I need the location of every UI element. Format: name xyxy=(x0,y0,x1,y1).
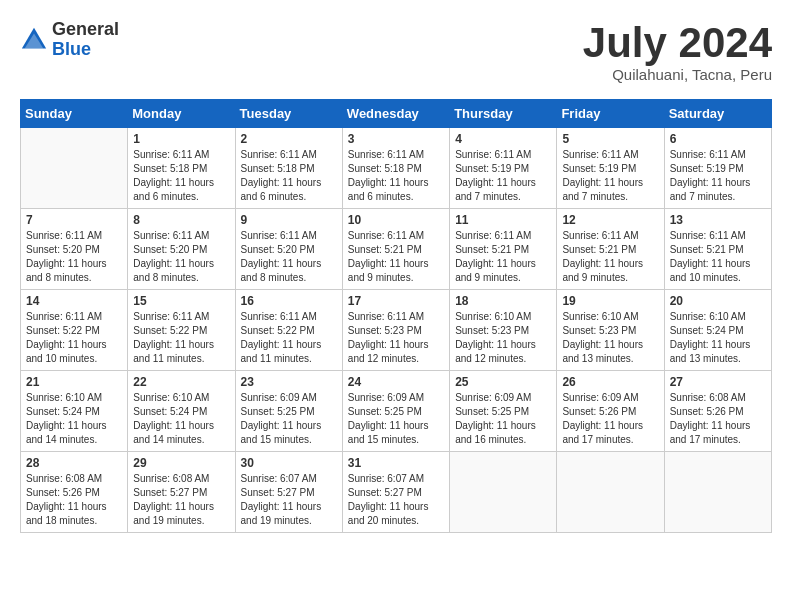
day-number: 5 xyxy=(562,132,658,146)
calendar-cell: 9Sunrise: 6:11 AMSunset: 5:20 PMDaylight… xyxy=(235,209,342,290)
day-info: Sunrise: 6:09 AMSunset: 5:25 PMDaylight:… xyxy=(241,391,337,447)
location-text: Quilahuani, Tacna, Peru xyxy=(583,66,772,83)
day-number: 21 xyxy=(26,375,122,389)
day-number: 29 xyxy=(133,456,229,470)
calendar-cell: 6Sunrise: 6:11 AMSunset: 5:19 PMDaylight… xyxy=(664,128,771,209)
day-number: 4 xyxy=(455,132,551,146)
week-row-4: 21Sunrise: 6:10 AMSunset: 5:24 PMDayligh… xyxy=(21,371,772,452)
day-info: Sunrise: 6:11 AMSunset: 5:22 PMDaylight:… xyxy=(133,310,229,366)
day-number: 17 xyxy=(348,294,444,308)
calendar-cell xyxy=(557,452,664,533)
calendar-cell: 4Sunrise: 6:11 AMSunset: 5:19 PMDaylight… xyxy=(450,128,557,209)
day-number: 2 xyxy=(241,132,337,146)
day-number: 27 xyxy=(670,375,766,389)
calendar-cell: 5Sunrise: 6:11 AMSunset: 5:19 PMDaylight… xyxy=(557,128,664,209)
calendar-cell: 18Sunrise: 6:10 AMSunset: 5:23 PMDayligh… xyxy=(450,290,557,371)
day-info: Sunrise: 6:11 AMSunset: 5:22 PMDaylight:… xyxy=(26,310,122,366)
calendar-cell: 23Sunrise: 6:09 AMSunset: 5:25 PMDayligh… xyxy=(235,371,342,452)
day-number: 25 xyxy=(455,375,551,389)
day-number: 3 xyxy=(348,132,444,146)
calendar-cell: 19Sunrise: 6:10 AMSunset: 5:23 PMDayligh… xyxy=(557,290,664,371)
calendar-cell: 24Sunrise: 6:09 AMSunset: 5:25 PMDayligh… xyxy=(342,371,449,452)
calendar-cell xyxy=(450,452,557,533)
calendar-cell: 3Sunrise: 6:11 AMSunset: 5:18 PMDaylight… xyxy=(342,128,449,209)
day-info: Sunrise: 6:11 AMSunset: 5:20 PMDaylight:… xyxy=(133,229,229,285)
day-info: Sunrise: 6:11 AMSunset: 5:18 PMDaylight:… xyxy=(241,148,337,204)
weekday-header-row: SundayMondayTuesdayWednesdayThursdayFrid… xyxy=(21,100,772,128)
day-number: 9 xyxy=(241,213,337,227)
calendar-cell: 16Sunrise: 6:11 AMSunset: 5:22 PMDayligh… xyxy=(235,290,342,371)
calendar-cell: 15Sunrise: 6:11 AMSunset: 5:22 PMDayligh… xyxy=(128,290,235,371)
weekday-header-friday: Friday xyxy=(557,100,664,128)
day-info: Sunrise: 6:11 AMSunset: 5:21 PMDaylight:… xyxy=(455,229,551,285)
day-info: Sunrise: 6:08 AMSunset: 5:26 PMDaylight:… xyxy=(26,472,122,528)
calendar-cell: 21Sunrise: 6:10 AMSunset: 5:24 PMDayligh… xyxy=(21,371,128,452)
day-info: Sunrise: 6:11 AMSunset: 5:21 PMDaylight:… xyxy=(670,229,766,285)
calendar-cell: 25Sunrise: 6:09 AMSunset: 5:25 PMDayligh… xyxy=(450,371,557,452)
day-info: Sunrise: 6:10 AMSunset: 5:23 PMDaylight:… xyxy=(562,310,658,366)
calendar-cell: 11Sunrise: 6:11 AMSunset: 5:21 PMDayligh… xyxy=(450,209,557,290)
calendar-cell: 12Sunrise: 6:11 AMSunset: 5:21 PMDayligh… xyxy=(557,209,664,290)
week-row-1: 1Sunrise: 6:11 AMSunset: 5:18 PMDaylight… xyxy=(21,128,772,209)
week-row-3: 14Sunrise: 6:11 AMSunset: 5:22 PMDayligh… xyxy=(21,290,772,371)
calendar-cell: 13Sunrise: 6:11 AMSunset: 5:21 PMDayligh… xyxy=(664,209,771,290)
weekday-header-sunday: Sunday xyxy=(21,100,128,128)
calendar-cell xyxy=(21,128,128,209)
day-info: Sunrise: 6:08 AMSunset: 5:27 PMDaylight:… xyxy=(133,472,229,528)
day-number: 15 xyxy=(133,294,229,308)
day-info: Sunrise: 6:09 AMSunset: 5:25 PMDaylight:… xyxy=(455,391,551,447)
calendar-cell: 14Sunrise: 6:11 AMSunset: 5:22 PMDayligh… xyxy=(21,290,128,371)
weekday-header-wednesday: Wednesday xyxy=(342,100,449,128)
weekday-header-saturday: Saturday xyxy=(664,100,771,128)
day-info: Sunrise: 6:11 AMSunset: 5:19 PMDaylight:… xyxy=(562,148,658,204)
calendar-cell xyxy=(664,452,771,533)
day-info: Sunrise: 6:11 AMSunset: 5:22 PMDaylight:… xyxy=(241,310,337,366)
day-number: 30 xyxy=(241,456,337,470)
day-info: Sunrise: 6:11 AMSunset: 5:18 PMDaylight:… xyxy=(348,148,444,204)
logo: General Blue xyxy=(20,20,119,60)
page-header: General Blue July 2024 Quilahuani, Tacna… xyxy=(20,20,772,83)
logo-general-text: General xyxy=(52,20,119,40)
logo-blue-text: Blue xyxy=(52,40,119,60)
day-number: 26 xyxy=(562,375,658,389)
day-info: Sunrise: 6:11 AMSunset: 5:23 PMDaylight:… xyxy=(348,310,444,366)
day-info: Sunrise: 6:07 AMSunset: 5:27 PMDaylight:… xyxy=(348,472,444,528)
weekday-header-tuesday: Tuesday xyxy=(235,100,342,128)
day-number: 12 xyxy=(562,213,658,227)
day-info: Sunrise: 6:10 AMSunset: 5:24 PMDaylight:… xyxy=(670,310,766,366)
day-info: Sunrise: 6:11 AMSunset: 5:19 PMDaylight:… xyxy=(670,148,766,204)
day-number: 10 xyxy=(348,213,444,227)
calendar-cell: 30Sunrise: 6:07 AMSunset: 5:27 PMDayligh… xyxy=(235,452,342,533)
day-info: Sunrise: 6:10 AMSunset: 5:23 PMDaylight:… xyxy=(455,310,551,366)
calendar-cell: 2Sunrise: 6:11 AMSunset: 5:18 PMDaylight… xyxy=(235,128,342,209)
day-info: Sunrise: 6:11 AMSunset: 5:20 PMDaylight:… xyxy=(241,229,337,285)
calendar-cell: 7Sunrise: 6:11 AMSunset: 5:20 PMDaylight… xyxy=(21,209,128,290)
calendar-cell: 17Sunrise: 6:11 AMSunset: 5:23 PMDayligh… xyxy=(342,290,449,371)
day-number: 1 xyxy=(133,132,229,146)
logo-icon xyxy=(20,26,48,54)
day-number: 8 xyxy=(133,213,229,227)
day-number: 24 xyxy=(348,375,444,389)
calendar-cell: 31Sunrise: 6:07 AMSunset: 5:27 PMDayligh… xyxy=(342,452,449,533)
calendar-cell: 26Sunrise: 6:09 AMSunset: 5:26 PMDayligh… xyxy=(557,371,664,452)
day-info: Sunrise: 6:08 AMSunset: 5:26 PMDaylight:… xyxy=(670,391,766,447)
day-number: 14 xyxy=(26,294,122,308)
day-number: 16 xyxy=(241,294,337,308)
day-number: 19 xyxy=(562,294,658,308)
day-number: 11 xyxy=(455,213,551,227)
day-number: 22 xyxy=(133,375,229,389)
day-number: 28 xyxy=(26,456,122,470)
day-info: Sunrise: 6:11 AMSunset: 5:21 PMDaylight:… xyxy=(348,229,444,285)
day-number: 31 xyxy=(348,456,444,470)
calendar-cell: 20Sunrise: 6:10 AMSunset: 5:24 PMDayligh… xyxy=(664,290,771,371)
day-info: Sunrise: 6:11 AMSunset: 5:18 PMDaylight:… xyxy=(133,148,229,204)
day-info: Sunrise: 6:11 AMSunset: 5:21 PMDaylight:… xyxy=(562,229,658,285)
week-row-5: 28Sunrise: 6:08 AMSunset: 5:26 PMDayligh… xyxy=(21,452,772,533)
day-number: 6 xyxy=(670,132,766,146)
day-number: 13 xyxy=(670,213,766,227)
weekday-header-thursday: Thursday xyxy=(450,100,557,128)
calendar-cell: 29Sunrise: 6:08 AMSunset: 5:27 PMDayligh… xyxy=(128,452,235,533)
week-row-2: 7Sunrise: 6:11 AMSunset: 5:20 PMDaylight… xyxy=(21,209,772,290)
day-number: 18 xyxy=(455,294,551,308)
calendar-table: SundayMondayTuesdayWednesdayThursdayFrid… xyxy=(20,99,772,533)
